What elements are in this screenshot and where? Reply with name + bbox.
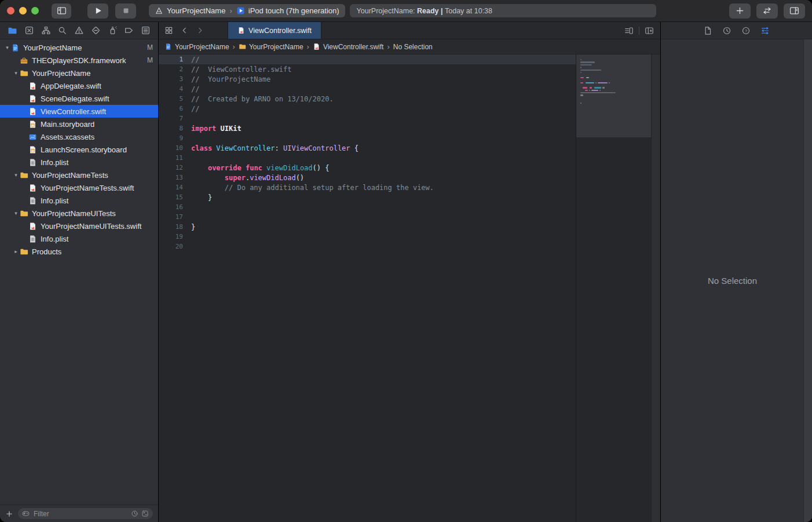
line-number: 6 [159,105,191,112]
line-number: 10 [159,144,191,152]
add-editor-icon[interactable] [645,26,654,35]
navigator-tab-bar [0,22,158,39]
minimap[interactable] [576,54,652,522]
chevron-separator: › [387,42,389,51]
nav-row-info-plist[interactable]: Info.plist [0,156,158,169]
filter-field[interactable] [18,508,153,519]
folder-icon [20,209,28,218]
recent-files-icon[interactable] [131,510,138,517]
related-items-icon[interactable] [164,26,173,35]
navigator-tab-debug[interactable] [108,25,118,35]
code-line: 6// [159,104,576,114]
code-line: 12 override func viewDidLoad() { [159,163,576,173]
nav-row-yourprojectnameuitests[interactable]: ▾YourProjectNameUITests [0,207,158,220]
jump-bar-item[interactable]: YourProjectName [239,43,303,51]
editor-options-icon[interactable] [624,26,634,35]
toggle-navigator-button[interactable] [52,3,71,19]
zoom-button[interactable] [31,7,39,14]
inspector-tab-quick-help[interactable]: ? [741,26,751,35]
line-number: 12 [159,164,191,171]
nav-row-appdelegate-swift[interactable]: AppDelegate.swift [0,79,158,92]
navigator-tab-project[interactable] [8,25,17,35]
inspector-scrollbar[interactable] [803,39,812,522]
code-editor[interactable]: 1//2// ViewController.swift3// YourProje… [159,54,576,522]
inspector-tab-file-inspector[interactable] [703,26,712,35]
swift-icon [28,94,37,103]
editor-tab-bar: ViewController.swift [159,22,660,39]
nav-row-yourprojectname[interactable]: ▾YourProjectName [0,67,158,79]
nav-row-info-plist[interactable]: Info.plist [0,194,158,207]
jump-bar-item[interactable]: ViewController.swift [313,43,383,51]
folder-icon [20,171,28,180]
navigator-tab-breakpoints[interactable] [124,25,134,35]
run-button[interactable] [87,3,108,19]
nav-row-yourprojectnameuitests-swift[interactable]: YourProjectNameUITests.swift [0,220,158,232]
nav-row-scenedelegate-swift[interactable]: SceneDelegate.swift [0,92,158,105]
go-back-icon[interactable] [180,26,189,35]
nav-row-viewcontroller-swift[interactable]: ViewController.swift [0,105,158,118]
inspector-tab-history-inspector[interactable] [722,26,731,35]
minimize-button[interactable] [19,7,27,14]
nav-row-main-storyboard[interactable]: Main.storyboard [0,118,158,130]
code-line: 1// [159,54,576,64]
editor-scrollbar[interactable] [651,54,660,522]
navigator-tab-issues[interactable] [74,25,84,35]
nav-row-yourprojectnametests[interactable]: ▾YourProjectNameTests [0,169,158,181]
disclosure-open-icon[interactable]: ▾ [12,207,20,220]
tab-viewcontroller[interactable]: ViewController.swift [228,22,321,39]
file-name: SceneDelegate.swift [41,94,109,103]
nav-row-yourprojectnametests-swift[interactable]: YourProjectNameTests.swift [0,181,158,194]
project-doc-icon [11,43,20,52]
line-number: 11 [159,154,191,162]
code-line: 3// YourProjectName [159,74,576,84]
plist-icon [28,196,37,205]
line-number: 17 [159,213,191,221]
scm-status-filter-icon[interactable] [141,510,149,517]
filter-icon [22,510,30,517]
filter-input[interactable] [32,509,128,519]
file-name: ViewController.swift [41,107,106,116]
navigator-toggle-icon [57,6,67,16]
toggle-inspector-button[interactable] [784,3,805,19]
nav-row-info-plist[interactable]: Info.plist [0,232,158,245]
add-file-icon[interactable] [5,510,13,518]
plist-icon [28,235,37,243]
navigator-tab-reports[interactable] [141,25,151,35]
code-line: 15 } [159,192,576,202]
nav-row-products[interactable]: ▸Products [0,245,158,258]
status-ready: Ready | [417,7,445,15]
disclosure-open-icon[interactable]: ▾ [3,41,11,54]
navigator-tab-symbols[interactable] [41,25,51,35]
close-button[interactable] [7,7,14,14]
code-line: 19 [159,232,576,242]
nav-row-yourprojectname[interactable]: ▾YourProjectNameM [0,41,158,54]
nav-row-launchscreen-storyboard[interactable]: LaunchScreen.storyboard [0,143,158,156]
inspector-toggle-icon [789,6,799,16]
scheme-selector[interactable]: YourProjectName › iPod touch (7th genera… [149,4,345,17]
scheme-device-label: iPod touch (7th generation) [248,6,339,15]
inspector-tab-attributes-inspector[interactable] [760,26,770,35]
editor-options-group [618,22,660,39]
swift-icon [28,107,37,116]
go-forward-icon[interactable] [196,26,204,35]
nav-row-assets-xcassets[interactable]: Assets.xcassets [0,130,158,143]
navigator-tab-source-control[interactable] [24,25,34,35]
stop-button[interactable] [115,3,136,19]
status-time: Today at 10:38 [445,7,492,15]
nav-row-theoplayersdk-framework[interactable]: THEOplayerSDK.frameworkM [0,54,158,67]
jump-bar-item[interactable]: No Selection [393,43,433,51]
disclosure-open-icon[interactable]: ▾ [12,169,20,181]
line-number: 7 [159,115,191,122]
jump-bar-item[interactable]: YourProjectName [164,43,229,51]
file-name: Main.storyboard [41,120,94,129]
library-button[interactable] [729,3,751,19]
disclosure-open-icon[interactable]: ▾ [12,67,20,79]
code-line: 7 [159,114,576,123]
navigator-tab-find[interactable] [57,25,67,35]
scheme-app-icon [155,6,163,15]
project-navigator-list: ▾YourProjectNameMTHEOplayerSDK.framework… [0,39,158,505]
navigator-tab-tests[interactable] [91,25,101,35]
framework-icon [20,56,28,65]
editor-arrows-button[interactable] [756,3,778,19]
disclosure-closed-icon[interactable]: ▸ [12,245,20,258]
